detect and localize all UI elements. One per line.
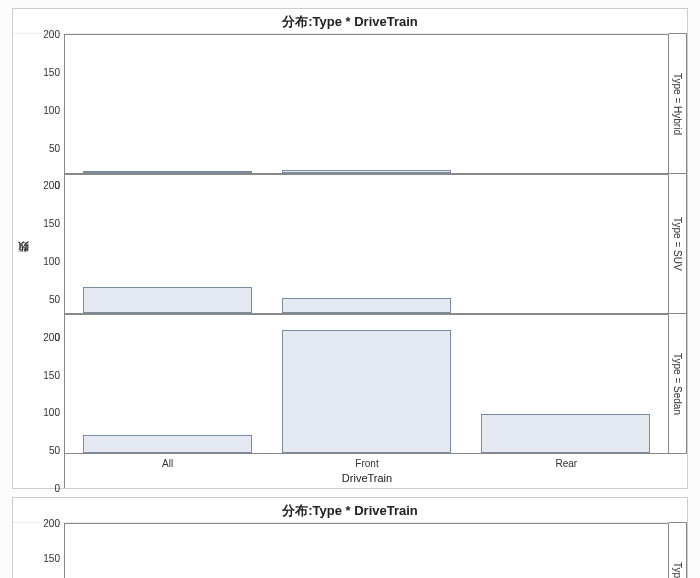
x-axis-row: All Front Rear DriveTrain	[65, 454, 687, 488]
ytick: 200	[43, 29, 60, 40]
ytick: 50	[49, 445, 60, 456]
plot-col: Type = Hybrid Type = SUV Type = Sedan	[65, 34, 687, 488]
strip-label: Type = SUV	[672, 217, 683, 271]
strip-col: Type = SUV	[669, 173, 687, 314]
panel-row-suv: Type = SUV	[65, 174, 687, 314]
ytick: 200	[43, 180, 60, 191]
xtick: All	[162, 458, 173, 469]
strip-col: Type = Sedan	[669, 313, 687, 454]
ytick-block-2: 200 150 100 50 0	[33, 337, 65, 488]
bar	[481, 414, 650, 453]
x-axis-area: All Front Rear DriveTrain	[65, 454, 669, 488]
strip-col: Type = Hybrid	[669, 33, 687, 174]
ytick: 100	[43, 256, 60, 267]
panel-row-sedan: Type = Sedan	[65, 314, 687, 454]
ytick: 150	[43, 218, 60, 229]
ytick-block-0: 200 150	[33, 523, 65, 578]
ytick: 100	[43, 407, 60, 418]
bar	[83, 435, 252, 453]
y-ticks-col: 200 150	[33, 523, 65, 578]
xtick: Front	[355, 458, 378, 469]
chart-body: 頻数 200 150 100 50 0 200 150 100 50 0 200…	[13, 34, 687, 488]
bar	[83, 287, 252, 313]
ytick: 50	[49, 142, 60, 153]
panel-row-sports: Type = Sports	[65, 523, 687, 578]
ytick: 200	[43, 331, 60, 342]
chart-body: 200 150 Type = Sports	[13, 523, 687, 578]
plot-area	[65, 34, 669, 174]
y-axis-label-col: 頻数	[13, 34, 33, 488]
strip-label: Type = Sedan	[672, 353, 683, 415]
chart-card-1: 分布:Type * DriveTrain 頻数 200 150 100 50 0…	[12, 8, 688, 489]
ytick: 150	[43, 66, 60, 77]
bar	[282, 298, 451, 313]
chart-title: 分布:Type * DriveTrain	[13, 9, 687, 34]
strip-col: Type = Sports	[669, 522, 687, 578]
bar	[83, 171, 252, 173]
plot-col: Type = Sports	[65, 523, 687, 578]
y-axis-label-col	[13, 523, 33, 578]
plot-area	[65, 314, 669, 454]
ytick: 50	[49, 293, 60, 304]
plot-area	[65, 174, 669, 314]
chart-card-2: 分布:Type * DriveTrain 200 150 Type = Spor…	[12, 497, 688, 578]
spacer	[669, 454, 687, 488]
x-axis-label: DriveTrain	[342, 472, 392, 484]
xtick: Rear	[555, 458, 577, 469]
ytick: 100	[43, 104, 60, 115]
bar	[282, 330, 451, 453]
panel-row-hybrid: Type = Hybrid	[65, 34, 687, 174]
strip-label: Type = Hybrid	[672, 73, 683, 135]
strip-label: Type = Sports	[672, 562, 683, 579]
ytick: 0	[54, 482, 60, 493]
y-ticks-col: 200 150 100 50 0 200 150 100 50 0 200 15…	[33, 34, 65, 488]
bar	[282, 170, 451, 173]
ytick: 200	[43, 518, 60, 529]
ytick-block-1: 200 150 100 50 0	[33, 185, 65, 336]
ytick: 150	[43, 369, 60, 380]
ytick: 150	[43, 553, 60, 564]
chart-title: 分布:Type * DriveTrain	[13, 498, 687, 523]
ytick-block-0: 200 150 100 50 0	[33, 34, 65, 185]
plot-area	[65, 523, 669, 578]
